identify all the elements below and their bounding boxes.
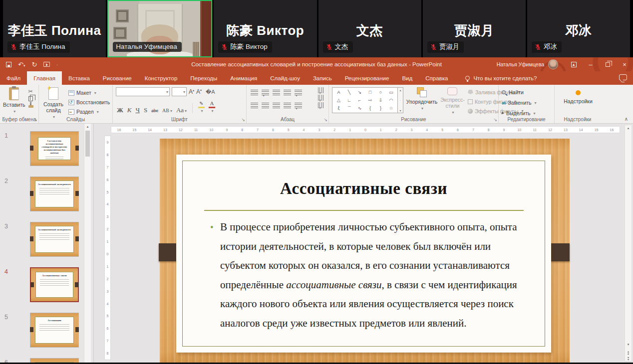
- participant-tile[interactable]: 文杰 文杰: [318, 0, 421, 57]
- slide-thumbnail[interactable]: Ассоциации: [30, 313, 79, 348]
- customize-qat-icon[interactable]: ∙: [56, 62, 58, 67]
- participant-tile[interactable]: 陈豪 Виктор 陈豪 Виктор: [214, 0, 316, 57]
- brace-left-icon[interactable]: {: [369, 106, 371, 111]
- line-arrow-icon[interactable]: ↘: [358, 90, 362, 95]
- increase-indent-icon[interactable]: [284, 90, 291, 95]
- character-spacing-button[interactable]: АВ: [162, 108, 172, 113]
- align-right-icon[interactable]: [273, 103, 280, 108]
- align-text-icon[interactable]: [318, 95, 323, 101]
- freeform-icon[interactable]: ξ: [337, 106, 339, 111]
- font-dialog-launcher[interactable]: ↘: [241, 117, 245, 122]
- ribbon-display-options-button[interactable]: ▴: [565, 57, 582, 71]
- triangle-icon[interactable]: △: [337, 98, 340, 103]
- line-spacing-icon[interactable]: [295, 90, 302, 95]
- section-button[interactable]: Раздел: [68, 108, 110, 116]
- curve-icon[interactable]: ∿: [358, 106, 362, 111]
- clipboard-dialog-launcher[interactable]: ↘: [33, 117, 37, 122]
- partial-circle-icon[interactable]: ◠: [389, 98, 393, 103]
- restore-button[interactable]: [599, 57, 616, 71]
- tab-5[interactable]: Переходы: [184, 71, 224, 85]
- shapes-gallery[interactable]: A╲↘□○▭△∟⌐⇨⇩◠ξ⌒∿{}☆: [332, 87, 398, 113]
- save-icon[interactable]: [6, 62, 11, 67]
- tell-me-box[interactable]: Что вы хотите сделать?: [465, 71, 537, 85]
- font-size-input[interactable]: [172, 87, 187, 96]
- slide-body-text[interactable]: •В процессе приобретения личностью субъе…: [220, 217, 525, 333]
- tab-9[interactable]: Рецензирование: [338, 71, 396, 85]
- tab-8[interactable]: Запись: [307, 71, 338, 85]
- tab-10[interactable]: Вид: [395, 71, 419, 85]
- reset-button[interactable]: Восстановить: [68, 98, 110, 106]
- line-icon[interactable]: ╲: [348, 90, 350, 95]
- slide-thumbnail[interactable]: Ассоциативный эксперимент: [30, 222, 79, 257]
- scroll-up-icon[interactable]: ▴: [625, 126, 632, 130]
- tab-file[interactable]: Файл: [0, 71, 27, 85]
- decrease-indent-icon[interactable]: [273, 90, 280, 95]
- numbering-icon[interactable]: [262, 90, 269, 95]
- bold-button[interactable]: Ж: [117, 107, 123, 113]
- undo-icon[interactable]: ↶▾: [18, 61, 25, 68]
- participant-tile[interactable]: Наталья Уфимцева Наталья Уфимцева: [107, 0, 212, 57]
- comments-icon[interactable]: [619, 74, 627, 80]
- addins-button[interactable]: Надстройки: [558, 87, 599, 104]
- participant-tile[interactable]: 李佳玉 Полина 李佳玉 Полина: [3, 0, 106, 57]
- right-arrow-icon[interactable]: ⇨: [368, 98, 372, 103]
- justify-icon[interactable]: [284, 103, 291, 108]
- replace-button[interactable]: abЗаменить: [502, 99, 552, 107]
- tab-6[interactable]: Анимация: [224, 71, 264, 85]
- new-slide-button[interactable]: Создать слайд: [42, 87, 65, 119]
- cut-icon[interactable]: ✂: [28, 89, 33, 94]
- quick-styles-button[interactable]: Экспресс-стили: [440, 87, 465, 115]
- rounded-rectangle-icon[interactable]: ▭: [389, 90, 393, 95]
- paste-button[interactable]: Вставить: [3, 87, 25, 114]
- previous-slide-button[interactable]: ▴▴: [625, 351, 632, 355]
- text-direction-icon[interactable]: [318, 87, 323, 93]
- slide-thumbnail[interactable]: Ассоциативные связи: [30, 267, 79, 302]
- tab-1[interactable]: Главная: [27, 71, 62, 85]
- tab-2[interactable]: Вставка: [62, 71, 96, 85]
- find-button[interactable]: Найти: [502, 88, 552, 96]
- rectangle-icon[interactable]: □: [369, 90, 371, 95]
- paragraph-dialog-launcher[interactable]: ↘: [323, 117, 327, 122]
- brace-right-icon[interactable]: }: [380, 106, 381, 111]
- thumbnails-scrollbar[interactable]: ▴: [84, 124, 91, 363]
- align-left-icon[interactable]: [251, 103, 258, 108]
- change-case-button[interactable]: Аа: [176, 107, 187, 113]
- participant-tile[interactable]: 贾淑月 贾淑月: [423, 0, 526, 57]
- next-slide-button[interactable]: ▾▾: [625, 357, 632, 361]
- slide-thumbnail[interactable]: Составление ассоциативных словарей и пос…: [30, 131, 79, 166]
- bullets-icon[interactable]: [251, 90, 258, 95]
- arrange-button[interactable]: Упорядочить: [406, 87, 437, 111]
- text-shadow-button[interactable]: S: [144, 107, 147, 113]
- font-name-input[interactable]: [116, 87, 170, 96]
- scroll-up-icon[interactable]: ▴: [84, 125, 91, 129]
- account-name[interactable]: Наталья Уфимцева: [497, 61, 544, 67]
- corner-shape-icon[interactable]: ⌐: [358, 98, 361, 103]
- tab-3[interactable]: Рисование: [96, 71, 138, 85]
- align-center-icon[interactable]: [262, 103, 269, 108]
- scrollbar-thumb[interactable]: [85, 131, 90, 157]
- shapes-gallery-scroll[interactable]: ▴∙▾: [398, 87, 403, 113]
- star-icon[interactable]: ☆: [389, 106, 393, 111]
- redo-icon[interactable]: ↻: [31, 61, 37, 68]
- layout-button[interactable]: Макет: [68, 89, 110, 97]
- tab-7[interactable]: Слайд-шоу: [264, 71, 307, 85]
- account-avatar[interactable]: [548, 59, 558, 69]
- slide-thumbnail[interactable]: Ассоциативный эксперимент: [30, 177, 79, 211]
- select-button[interactable]: Выделить: [502, 109, 552, 117]
- oval-icon[interactable]: ○: [379, 90, 382, 95]
- copy-icon[interactable]: [28, 96, 33, 101]
- collapse-ribbon-icon[interactable]: ∧: [625, 116, 628, 122]
- font-color-button[interactable]: А: [209, 101, 215, 113]
- highlight-color-button[interactable]: ✎: [198, 101, 205, 113]
- grow-font-icon[interactable]: А▴: [189, 89, 194, 95]
- underline-button[interactable]: Ч: [136, 107, 140, 113]
- minimize-button[interactable]: –: [582, 57, 599, 71]
- format-painter-icon[interactable]: [28, 105, 33, 108]
- slide-thumbnail[interactable]: [30, 358, 79, 363]
- close-button[interactable]: ×: [616, 57, 633, 71]
- participant-tile[interactable]: 邓冰 邓冰: [527, 0, 630, 57]
- tab-4[interactable]: Конструктор: [138, 71, 184, 85]
- elbow-connector-icon[interactable]: ∟: [347, 98, 351, 103]
- text-box-icon[interactable]: A: [337, 90, 340, 95]
- convert-smartart-icon[interactable]: [318, 102, 323, 108]
